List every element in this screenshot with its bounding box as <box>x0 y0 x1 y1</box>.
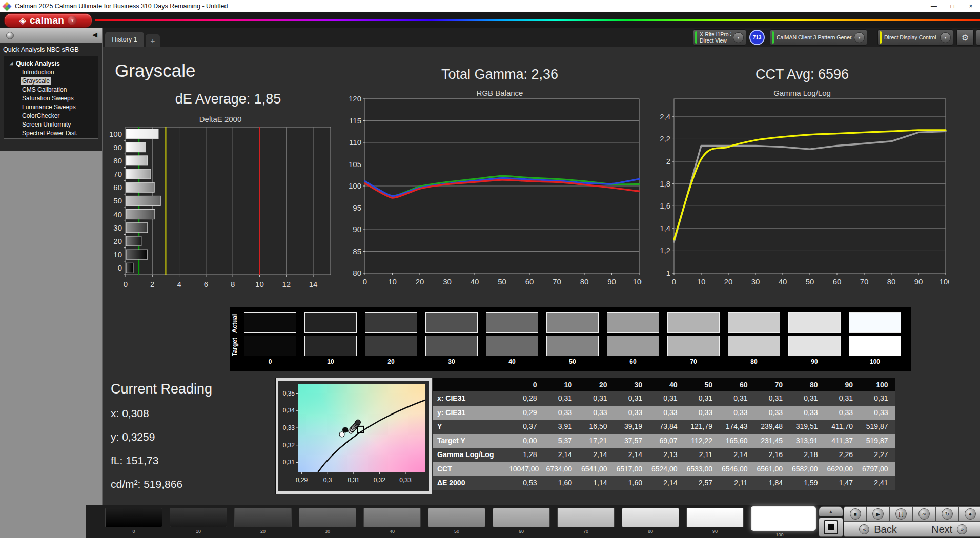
table-cell: 2,57 <box>685 476 720 490</box>
sidebar-item-grayscale[interactable]: Grayscale <box>4 77 98 86</box>
table-cell: 6533,00 <box>685 462 720 477</box>
sidebar-item-spectral-power-dist-[interactable]: Spectral Power Dist. <box>4 129 98 138</box>
svg-text:70: 70 <box>860 277 869 286</box>
current-reading-lines: x: 0,308y: 0,3259fL: 151,73cd/m²: 519,86… <box>111 407 212 490</box>
svg-text:10: 10 <box>113 250 122 259</box>
swatch-level-label: 50 <box>546 358 599 365</box>
source-selector[interactable]: CalMAN Client 3 Pattern Generator ▼ <box>770 29 867 46</box>
pattern-patch-40[interactable] <box>363 508 421 527</box>
patch-level-label: 20 <box>234 529 292 534</box>
pattern-patch-cell-10: 10 <box>170 508 227 537</box>
table-cell: 2,11 <box>685 448 720 462</box>
table-cell: 0,53 <box>509 476 544 490</box>
pattern-patch-cell-60: 60 <box>493 508 550 537</box>
pattern-window-button[interactable] <box>819 518 843 537</box>
actual-swatch-100 <box>849 312 901 333</box>
sidebar-item-colorchecker[interactable]: ColorChecker <box>4 112 98 120</box>
sidebar-item-saturation-sweeps[interactable]: Saturation Sweeps <box>4 94 98 103</box>
pattern-patch-80[interactable] <box>622 508 679 527</box>
swatch-column-80: 80 <box>728 312 780 365</box>
svg-text:20: 20 <box>416 277 424 286</box>
table-row-label: x: CIE31 <box>433 391 509 406</box>
pattern-patch-0[interactable] <box>105 508 162 527</box>
pattern-patch-100[interactable] <box>751 506 816 531</box>
collapse-sidebar-icon[interactable]: ◀ <box>92 31 97 38</box>
continuous-button[interactable]: ∞ <box>913 506 936 522</box>
table-cell: 6524,00 <box>649 462 685 477</box>
svg-text:1: 1 <box>666 268 670 277</box>
table-cell: 3,91 <box>544 420 580 434</box>
table-cell: 165,60 <box>720 434 755 448</box>
table-cell: 0,31 <box>685 391 720 406</box>
table-cell: 519,87 <box>860 420 895 434</box>
pattern-patch-90[interactable] <box>686 508 744 527</box>
tree-root-quick-analysis[interactable]: ◢ Quick Analysis <box>4 59 98 68</box>
table-col-header: 30 <box>615 378 650 391</box>
settings-button[interactable]: ⚙ <box>956 29 974 46</box>
sidebar-item-cms-calibration[interactable]: CMS Calibration <box>4 86 98 94</box>
deltae-x-axis-labels: 02468101214 <box>124 275 318 288</box>
patch-level-label: 40 <box>363 529 421 534</box>
display-selector[interactable]: Direct Display Control ▼ <box>877 29 953 46</box>
play-button[interactable]: ▶ <box>867 506 890 522</box>
table-corner-cell <box>433 378 509 391</box>
pattern-patch-cell-0: 0 <box>105 508 162 537</box>
pattern-patch-50[interactable] <box>428 508 485 527</box>
actual-swatch-80 <box>728 312 780 333</box>
sidebar-item-luminance-sweeps[interactable]: Luminance Sweeps <box>4 103 98 112</box>
patch-level-label: 90 <box>686 529 744 534</box>
table-row-label: y: CIE31 <box>433 406 509 420</box>
tab-history-1[interactable]: History 1 <box>105 32 144 47</box>
pattern-patch-20[interactable] <box>234 508 292 527</box>
pattern-patch-cell-70: 70 <box>557 508 615 537</box>
table-cell: 6734,00 <box>544 462 580 477</box>
minimize-button[interactable]: — <box>925 0 943 12</box>
calman-menu-button[interactable]: ◈ calman ▼ <box>4 13 92 28</box>
table-cell: 0,33 <box>755 406 790 420</box>
table-col-header: 10 <box>544 378 580 391</box>
collapse-panel-button[interactable]: ◀ <box>976 29 980 46</box>
next-button[interactable]: Next » <box>912 522 980 537</box>
swatch-level-label: 60 <box>607 358 659 365</box>
svg-text:2: 2 <box>150 280 154 288</box>
deltae-bar-50 <box>126 196 160 205</box>
pattern-patch-70[interactable] <box>557 508 615 527</box>
swatch-column-0: 0 <box>244 312 296 365</box>
table-cell: 2,26 <box>825 448 861 462</box>
swatch-column-40: 40 <box>486 312 538 365</box>
stop-button[interactable]: ■ <box>844 506 867 522</box>
table-cell: 319,51 <box>790 420 825 434</box>
svg-text:8: 8 <box>231 280 235 288</box>
add-tab-button[interactable]: + <box>146 34 160 47</box>
meter-selector[interactable]: X-Rite i1Pro 3 Direct View ▼ <box>693 29 746 46</box>
measure-button[interactable]: ● <box>959 506 980 522</box>
pattern-range-button[interactable]: [·] <box>890 506 913 522</box>
current-reading-value-2: fL: 151,73 <box>111 454 212 467</box>
table-cell: 6517,00 <box>615 462 650 477</box>
target-swatch-100 <box>849 336 901 356</box>
pattern-window-expand-button[interactable]: ▲ <box>819 506 843 516</box>
close-button[interactable]: × <box>962 0 980 12</box>
svg-text:60: 60 <box>833 277 842 286</box>
target-swatch-40 <box>486 336 538 356</box>
svg-text:115: 115 <box>349 116 361 125</box>
current-reading-panel: Current Reading x: 0,308y: 0,3259fL: 151… <box>111 381 212 502</box>
loop-button[interactable]: ↻ <box>936 506 959 522</box>
pattern-patch-30[interactable] <box>299 508 356 527</box>
svg-text:2,4: 2,4 <box>660 112 670 121</box>
sidebar-item-introduction[interactable]: Introduction <box>4 68 98 77</box>
pattern-patch-cell-100: 100 <box>751 508 808 537</box>
chevron-down-icon: ▼ <box>940 32 951 43</box>
pattern-patch-10[interactable] <box>170 508 227 527</box>
svg-text:30: 30 <box>751 277 760 286</box>
svg-text:40: 40 <box>471 277 479 286</box>
table-cell: 231,45 <box>755 434 790 448</box>
display-status-bar <box>880 31 882 44</box>
back-button[interactable]: « Back <box>844 522 912 537</box>
pattern-patch-60[interactable] <box>493 508 550 527</box>
sidebar-item-screen-uniformity[interactable]: Screen Uniformity <box>4 120 98 129</box>
svg-text:100: 100 <box>632 277 642 286</box>
table-cell: 2,13 <box>649 448 685 462</box>
maximize-button[interactable]: □ <box>943 0 962 12</box>
workflow-title: Quick Analysis NBC sRGB <box>0 43 102 56</box>
